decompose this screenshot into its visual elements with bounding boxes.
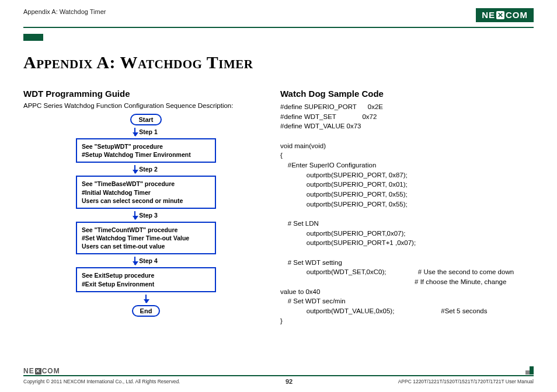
step-4-label: Step 4 [139, 257, 158, 264]
flow-box-3-line1: See "TimeCountWDT" procedure [82, 226, 210, 234]
copyright-text: Copyright © 2011 NEXCOM International Co… [23, 379, 180, 384]
flow-box-4-line1: See ExitSetup procedure [82, 271, 210, 279]
sample-code-block: #define SUPERIO_PORT 0x2E #define WDT_SE… [280, 102, 534, 326]
arrow-down-icon [134, 211, 135, 219]
footer-logo-x-icon: ✕ [35, 368, 41, 374]
flow-box-4: See ExitSetup procedure #Exit Setup Envi… [76, 267, 216, 292]
flow-box-3-line3: Users can set time-out value [82, 242, 210, 250]
flow-end: End [132, 305, 161, 317]
flow-box-1: See "SetupWDT" procedure #Setup Watchdog… [76, 138, 216, 163]
step-1-label: Step 1 [139, 128, 158, 135]
step-3-label: Step 3 [139, 212, 158, 219]
arrow-down-icon [134, 165, 135, 173]
flowchart: Start Step 1 See "SetupWDT" procedure #S… [41, 114, 251, 317]
wdt-guide-heading: WDT Programming Guide [23, 89, 251, 99]
flow-box-4-line2: #Exit Setup Environment [82, 280, 210, 288]
arrow-down-icon [134, 257, 135, 265]
sample-code-heading: Watch Dog Sample Code [280, 89, 534, 99]
flow-box-2: See "TimeBaseWDT" procedure #Initial Wat… [76, 176, 216, 209]
wdt-guide-desc: APPC Series Watchdog Function Configurat… [23, 102, 251, 109]
left-column: WDT Programming Guide APPC Series Watchd… [23, 89, 251, 326]
arrow-down-icon [145, 295, 147, 303]
breadcrumb: Appendix A: Watchdog Timer [23, 8, 106, 15]
page-title: Appendix A: Watchdog Timer [23, 52, 534, 72]
flow-start: Start [130, 114, 161, 125]
manual-title: APPC 1220T/1221T/1520T/1521T/1720T/1721T… [398, 379, 534, 384]
arrow-down-icon [134, 128, 135, 136]
flow-box-2-line3: Users can select second or minute [82, 197, 210, 205]
page-number: 92 [286, 378, 293, 385]
section-tab [23, 34, 43, 41]
step-2-label: Step 2 [139, 166, 158, 173]
flow-box-1-line2: #Setup Watchdog Timer Environment [82, 150, 210, 159]
flow-box-2-line1: See "TimeBaseWDT" procedure [82, 180, 210, 188]
right-column: Watch Dog Sample Code #define SUPERIO_PO… [280, 89, 534, 326]
flow-box-1-line1: See "SetupWDT" procedure [82, 142, 210, 150]
flow-box-3-line2: #Set Watchdog Timer Time-out Value [82, 234, 210, 242]
flow-box-2-line2: #Initial Watchdog Timer [82, 188, 210, 197]
bottom-rule [23, 375, 534, 376]
footer-logo: NE✕COM [23, 367, 534, 375]
page-footer: NE✕COM Copyright © 2011 NEXCOM Internati… [23, 367, 534, 385]
flow-box-3: See "TimeCountWDT" procedure #Set Watchd… [76, 222, 216, 255]
logo-x-icon: ✕ [496, 11, 504, 19]
brand-logo: NE✕COM [476, 8, 534, 22]
top-rule [23, 27, 534, 28]
